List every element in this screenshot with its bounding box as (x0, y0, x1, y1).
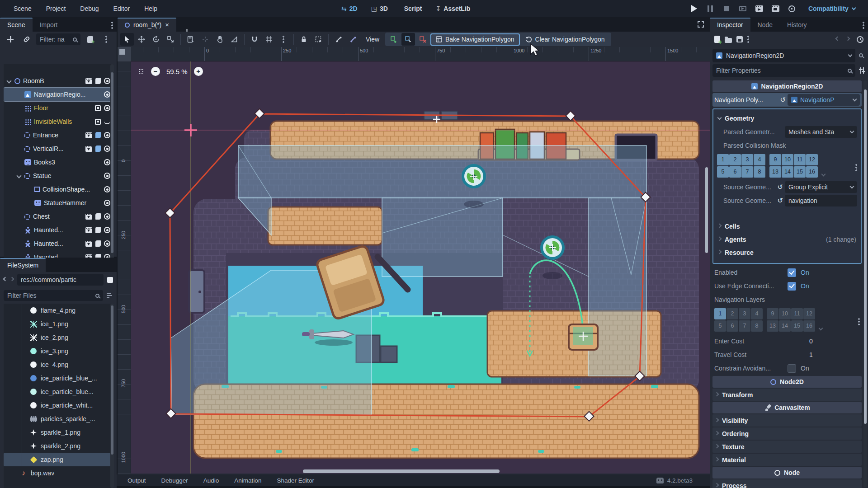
layer-bit-cell[interactable]: 9 (767, 308, 778, 319)
pixel-snap-icon[interactable] (198, 33, 212, 46)
bottom-panel-tab[interactable]: Audio (203, 477, 219, 484)
mask-bit-cell[interactable]: 9 (769, 154, 781, 165)
visibility-toggle-icon[interactable] (104, 159, 110, 165)
file-filter-input[interactable]: Filter Files (4, 290, 103, 301)
scene-tree-menu-button[interactable] (99, 33, 113, 46)
mask-bit-cell[interactable]: 2 (729, 154, 741, 165)
view-menu-button[interactable]: View (361, 33, 384, 46)
section-resource[interactable]: Resource (715, 246, 859, 258)
layer-bit-cell[interactable]: 7 (739, 320, 750, 332)
bottom-panel-tab[interactable]: Debugger (161, 477, 188, 484)
play-remote-button[interactable] (738, 4, 748, 14)
movie-badge-icon[interactable] (85, 214, 92, 220)
history-back-icon[interactable] (835, 37, 840, 41)
source-group-field[interactable]: navigation (785, 195, 857, 206)
stop-button[interactable] (722, 4, 731, 14)
script-badge-icon[interactable] (95, 78, 101, 84)
history-forward-icon[interactable] (846, 37, 850, 41)
bottom-panel-tab[interactable]: Animation (234, 477, 261, 484)
layer-bit-cell[interactable]: 15 (791, 320, 803, 332)
layer-bit-cell[interactable]: 8 (751, 320, 763, 332)
file-row[interactable]: ice_3.png (4, 344, 113, 358)
scene-tree-row[interactable]: Floor (4, 101, 113, 115)
scene-tree-row[interactable]: VerticalR... (4, 142, 113, 155)
layer-bit-cell[interactable]: 3 (739, 308, 750, 319)
expand-grid-icon[interactable] (819, 326, 823, 331)
mask-bit-cell[interactable]: 1 (717, 154, 729, 165)
scene-tab[interactable]: room_b(*) × (118, 18, 176, 32)
scene-tree-row[interactable]: Books3 (4, 155, 113, 169)
file-row[interactable]: ice_particle_blue_... (4, 371, 113, 385)
script-badge-icon[interactable] (95, 119, 101, 125)
renderer-selector[interactable]: Compatibility (808, 3, 855, 14)
movie-badge-icon[interactable] (85, 241, 92, 247)
dock-menu-icon[interactable] (111, 22, 113, 29)
revert-icon[interactable]: ↺ (780, 96, 786, 104)
expand-viewport-icon[interactable] (697, 21, 704, 28)
play-scene-button[interactable] (754, 4, 764, 14)
visibility-toggle-icon[interactable] (104, 145, 110, 152)
bake-navigation-polygon-button[interactable]: Bake NavigationPolygon (430, 33, 520, 46)
file-row[interactable]: zap.png (4, 453, 113, 466)
mask-bit-cell[interactable]: 14 (782, 166, 793, 178)
menu-item[interactable]: Debug (75, 3, 104, 14)
tab-history[interactable]: History (780, 19, 814, 32)
visibility-toggle-icon[interactable] (104, 200, 110, 206)
forward-icon[interactable] (10, 277, 14, 282)
section-process[interactable]: Process (712, 479, 862, 488)
mask-bit-cell[interactable]: 11 (794, 154, 806, 165)
section-texture[interactable]: Texture (712, 441, 862, 453)
section-geometry[interactable]: Geometry (715, 112, 859, 124)
scene-tree-row[interactable]: CollisionShape... (4, 183, 113, 196)
file-row[interactable]: sparkle_1.png (4, 426, 113, 439)
script-badge-icon[interactable] (95, 145, 101, 152)
menu-item[interactable]: Scene (8, 3, 37, 14)
visibility-toggle-icon[interactable] (104, 186, 110, 192)
mask-bit-cell[interactable]: 5 (717, 166, 729, 178)
mask-bit-cell[interactable]: 7 (741, 166, 753, 178)
smart-snap-icon[interactable] (248, 33, 261, 46)
script-badge-icon[interactable] (95, 227, 101, 233)
workspace-button[interactable]: ⇆ 2D (337, 3, 362, 14)
bottom-panel-tab[interactable]: Output (127, 477, 146, 484)
enabled-checkbox[interactable] (788, 268, 796, 277)
visibility-toggle-icon[interactable] (104, 91, 110, 98)
file-row[interactable]: paricles_sparkle_... (4, 412, 113, 426)
layer-bit-cell[interactable]: 10 (779, 308, 791, 319)
canvas[interactable] (131, 61, 710, 474)
grid-menu-icon[interactable] (855, 164, 857, 171)
rotate-tool-button[interactable] (149, 33, 163, 46)
visibility-toggle-icon[interactable] (104, 227, 110, 233)
select-list-button[interactable] (184, 33, 198, 46)
visibility-toggle-icon[interactable] (104, 121, 110, 124)
snap-options-icon[interactable] (277, 33, 290, 46)
layer-bit-cell[interactable]: 4 (751, 308, 763, 319)
mask-bit-cell[interactable]: 15 (794, 166, 806, 178)
add-polygon-point-button[interactable] (387, 33, 401, 46)
file-row[interactable]: ♪ bop.wav (4, 466, 113, 480)
section-material[interactable]: Material (712, 454, 862, 466)
resource-menu-icon[interactable] (747, 36, 749, 43)
file-row[interactable]: sparkle_2.png (4, 439, 113, 453)
edge-connections-checkbox[interactable] (788, 282, 796, 291)
travel-cost-value[interactable]: 1 (788, 351, 860, 358)
group-object-button[interactable] (311, 33, 325, 46)
workspace-button[interactable]: ↧ AssetLib (431, 3, 475, 14)
edit-polygon-point-button[interactable] (401, 33, 415, 46)
movie-maker-button[interactable] (787, 4, 797, 14)
scale-tool-button[interactable] (164, 33, 177, 46)
visibility-toggle-icon[interactable] (104, 240, 110, 247)
mask-bit-cell[interactable]: 8 (754, 166, 765, 178)
layer-bit-cell[interactable]: 5 (714, 320, 726, 332)
movie-badge-icon[interactable] (85, 132, 92, 138)
grid-snap-icon[interactable] (262, 33, 276, 46)
sort-files-icon[interactable] (107, 293, 113, 298)
center-view-icon[interactable] (137, 68, 145, 75)
layer-bit-cell[interactable]: 12 (803, 308, 815, 319)
scene-tree-row[interactable]: StatueHammer (4, 196, 113, 210)
mask-bit-cell[interactable]: 12 (806, 154, 818, 165)
script-badge-icon[interactable] (95, 132, 101, 138)
visibility-toggle-icon[interactable] (104, 105, 110, 111)
visibility-toggle-icon[interactable] (104, 132, 110, 138)
section-ordering[interactable]: Ordering (712, 427, 862, 440)
